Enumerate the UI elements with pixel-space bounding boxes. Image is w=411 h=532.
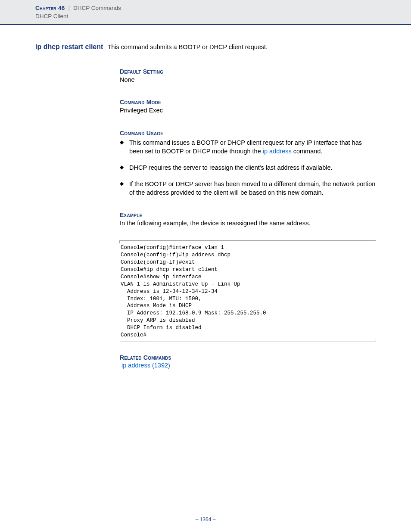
chapter-label: Chapter 46 — [35, 5, 67, 11]
command-name: ip dhcp restart client — [35, 43, 103, 51]
command-mode-heading: Command Mode — [120, 99, 376, 106]
content: ip dhcp restart client This command subm… — [35, 43, 376, 369]
section-name: DHCP Commands — [73, 5, 121, 11]
page-number: – 1364 – — [0, 516, 411, 523]
usage-text-post: command. — [292, 148, 323, 155]
example-intro: In the following example, the device is … — [120, 219, 376, 228]
usage-item: If the BOOTP or DHCP server has been mov… — [120, 180, 376, 197]
command-mode-value: Privileged Exec — [120, 106, 376, 115]
command-usage-heading: Command Usage — [120, 130, 376, 137]
chapter-number: 46 — [58, 5, 65, 11]
example-code: Console(config)#interface vlan 1 Console… — [120, 240, 376, 342]
usage-item: This command issues a BOOTP or DHCP clie… — [120, 138, 376, 156]
usage-item: DHCP requires the server to reassign the… — [120, 163, 376, 172]
default-setting-value: None — [120, 76, 376, 84]
command-row: ip dhcp restart client This command subm… — [35, 43, 376, 51]
header-inner: Chapter 46 | DHCP Commands DHCP Client — [35, 4, 411, 21]
usage-text: If the BOOTP or DHCP server has been mov… — [129, 180, 375, 196]
command-summary: This command submits a BOOTP or DHCP cli… — [107, 44, 268, 50]
usage-text: DHCP requires the server to reassign the… — [129, 164, 333, 171]
example-heading: Example — [120, 212, 376, 218]
related-heading: Related Commands — [120, 354, 376, 361]
related-link[interactable]: ip address (1392) — [121, 362, 170, 369]
header-subsection: DHCP Client — [35, 12, 411, 21]
divider: | — [68, 5, 70, 11]
page-header: Chapter 46 | DHCP Commands DHCP Client — [0, 0, 411, 25]
header-line1: Chapter 46 | DHCP Commands — [35, 4, 411, 12]
chapter-word: Chapter — [35, 5, 56, 11]
related-commands: Related Commands ip address (1392) — [120, 354, 376, 369]
usage-text-pre: This command issues a BOOTP or DHCP clie… — [129, 139, 362, 155]
body-block: Default Setting None Command Mode Privil… — [120, 68, 376, 369]
ip-address-link[interactable]: ip address — [263, 148, 292, 155]
usage-list: This command issues a BOOTP or DHCP clie… — [120, 138, 376, 197]
default-setting-heading: Default Setting — [120, 68, 376, 75]
